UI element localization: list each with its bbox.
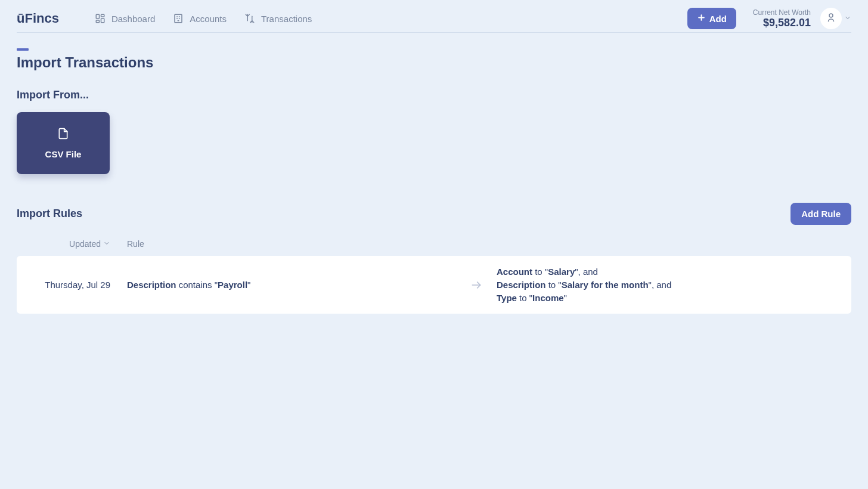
table-row[interactable]: Thursday, Jul 29 Description contains "P… <box>17 256 851 314</box>
column-header-updated[interactable]: Updated <box>17 239 114 249</box>
import-from-heading: Import From... <box>17 89 851 101</box>
svg-point-12 <box>829 14 833 17</box>
column-header-rule[interactable]: Rule <box>114 239 851 249</box>
networth-display: Current Net Worth $9,582.01 <box>753 8 811 29</box>
user-menu-button[interactable] <box>820 8 842 29</box>
table-header-row: Updated Rule <box>17 232 851 256</box>
user-icon <box>826 12 836 25</box>
logo: ūFincs <box>17 11 59 26</box>
svg-rect-4 <box>175 14 182 23</box>
rule-actions: Account to "Salary", and Description to … <box>497 265 851 304</box>
nav-label: Transactions <box>261 14 312 24</box>
svg-rect-1 <box>101 14 104 17</box>
dashboard-icon <box>95 13 106 24</box>
rule-action-line: Type to "Income" <box>497 292 851 305</box>
csv-file-card[interactable]: CSV File <box>17 112 110 174</box>
add-label: Add <box>709 14 727 24</box>
rule-condition: Description contains "Payroll" <box>114 280 466 290</box>
networth-label: Current Net Worth <box>753 8 811 17</box>
csv-card-label: CSV File <box>45 149 82 159</box>
arrow-right-icon <box>466 279 497 291</box>
transactions-icon <box>244 13 255 24</box>
nav-dashboard[interactable]: Dashboard <box>95 13 155 24</box>
svg-rect-3 <box>96 20 99 23</box>
nav-accounts[interactable]: Accounts <box>173 13 227 24</box>
file-icon <box>57 128 69 142</box>
add-rule-button[interactable]: Add Rule <box>790 203 851 225</box>
title-accent <box>17 48 29 51</box>
page-title: Import Transactions <box>17 54 851 71</box>
import-rules-heading: Import Rules <box>17 208 82 220</box>
networth-value: $9,582.01 <box>753 17 811 29</box>
rule-action-line: Description to "Salary for the month", a… <box>497 278 851 292</box>
add-button[interactable]: Add <box>687 8 736 29</box>
app-header: ūFincs Dashboard Accounts Transactions <box>17 5 851 33</box>
nav-transactions[interactable]: Transactions <box>244 13 312 24</box>
rules-table: Updated Rule Thursday, Jul 29 Descriptio… <box>17 232 851 314</box>
rule-action-line: Account to "Salary", and <box>497 265 851 278</box>
svg-rect-0 <box>96 14 99 18</box>
nav-label: Dashboard <box>111 14 155 24</box>
accounts-icon <box>173 13 184 24</box>
rule-updated-date: Thursday, Jul 29 <box>17 280 114 290</box>
plus-icon <box>697 13 706 24</box>
svg-rect-2 <box>101 18 104 23</box>
nav-label: Accounts <box>190 14 227 24</box>
chevron-down-icon <box>103 239 110 249</box>
chevron-down-icon <box>844 13 851 24</box>
main-nav: Dashboard Accounts Transactions <box>95 13 687 24</box>
